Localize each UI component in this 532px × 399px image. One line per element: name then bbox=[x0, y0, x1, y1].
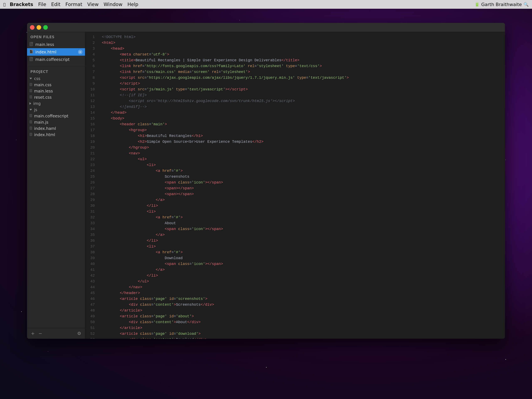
sidebar-item-index-html[interactable]: index.html × bbox=[27, 48, 85, 56]
tree-folder-js[interactable]: js bbox=[27, 107, 85, 113]
tree-file-main-less[interactable]: main.less bbox=[27, 88, 85, 94]
menubar-window[interactable]: Window bbox=[101, 0, 125, 9]
menubar-help[interactable]: Help bbox=[125, 0, 141, 9]
settings-button[interactable]: ⚙ bbox=[76, 331, 82, 336]
minimize-button[interactable] bbox=[37, 25, 41, 30]
line-number-37: 37 bbox=[85, 244, 98, 249]
code-line-11: <!--[if IE]> bbox=[102, 92, 501, 98]
line-number-49: 49 bbox=[85, 313, 98, 319]
code-line-8: <script src='https://ajax.googleapis.com… bbox=[102, 75, 501, 81]
tree-file-main-js[interactable]: main.js bbox=[27, 119, 85, 125]
svg-rect-10 bbox=[30, 133, 32, 136]
menubar:  Brackets File Edit Format View Window … bbox=[0, 0, 532, 9]
menubar-app-name[interactable]: Brackets bbox=[7, 0, 36, 9]
code-line-23: <li> bbox=[102, 162, 501, 168]
line-number-8: 8 bbox=[85, 75, 98, 81]
battery-icon: 🔋 bbox=[475, 2, 480, 7]
editor[interactable]: 1234567891011121314151617181920212223242… bbox=[85, 32, 505, 339]
editor-content: 1234567891011121314151617181920212223242… bbox=[85, 32, 505, 339]
line-number-39: 39 bbox=[85, 255, 98, 261]
svg-rect-9 bbox=[30, 127, 32, 130]
line-number-28: 28 bbox=[85, 191, 98, 197]
code-line-42: </li> bbox=[102, 273, 501, 279]
code-line-35: </a> bbox=[102, 232, 501, 238]
tree-file-index-haml-label: index.haml bbox=[34, 126, 56, 131]
file-icon-index-haml bbox=[30, 127, 33, 130]
folder-label-css: css bbox=[34, 76, 40, 81]
line-numbers: 1234567891011121314151617181920212223242… bbox=[85, 32, 98, 339]
line-number-21: 21 bbox=[85, 151, 98, 156]
line-number-40: 40 bbox=[85, 261, 98, 267]
add-file-button[interactable]: + bbox=[30, 331, 36, 336]
code-line-32: <a href='#'> bbox=[102, 215, 501, 220]
code-line-15: <body> bbox=[102, 115, 501, 121]
line-number-15: 15 bbox=[85, 115, 98, 121]
file-icon-html bbox=[30, 50, 34, 54]
line-number-29: 29 bbox=[85, 197, 98, 203]
remove-file-button[interactable]: − bbox=[38, 331, 43, 336]
tree-file-index-html[interactable]: index.html bbox=[27, 132, 85, 138]
menubar-right: 🔋 Garth Braithwaite 🔍 bbox=[475, 2, 529, 7]
line-number-14: 14 bbox=[85, 110, 98, 115]
sidebar-item-main-less[interactable]: main.less bbox=[27, 41, 85, 48]
code-area[interactable]: <!DOCTYPE html><html> <head> <meta chars… bbox=[98, 32, 505, 339]
line-number-6: 6 bbox=[85, 63, 98, 69]
tree-file-index-haml[interactable]: index.haml bbox=[27, 125, 85, 132]
folder-triangle-down-css bbox=[30, 78, 32, 79]
close-button[interactable] bbox=[30, 25, 34, 30]
code-line-2: <html> bbox=[102, 40, 501, 46]
code-line-41: </a> bbox=[102, 267, 501, 273]
code-line-12: <script src='http://html5shiv.googlecode… bbox=[102, 98, 501, 104]
menubar-view[interactable]: View bbox=[85, 0, 101, 9]
code-line-26: <span class='icon'></span> bbox=[102, 180, 501, 185]
sidebar-item-main-coffeescript[interactable]: main.coffeescript bbox=[27, 56, 85, 63]
project-tree: css main.css main.less bbox=[27, 76, 85, 328]
code-line-52: <article class='page' id='download'> bbox=[102, 331, 501, 337]
tree-file-main-coffeescript[interactable]: main.coffeescript bbox=[27, 113, 85, 119]
apple-menu[interactable]:  bbox=[3, 2, 6, 7]
line-number-36: 36 bbox=[85, 238, 98, 244]
folder-triangle-down-js bbox=[30, 109, 32, 111]
close-file-badge[interactable]: × bbox=[78, 50, 82, 54]
code-line-46: <article class='page' id='screenshots'> bbox=[102, 296, 501, 302]
line-number-12: 12 bbox=[85, 98, 98, 104]
line-number-51: 51 bbox=[85, 325, 98, 331]
maximize-button[interactable] bbox=[43, 25, 48, 30]
line-number-5: 5 bbox=[85, 57, 98, 63]
code-line-30: </li> bbox=[102, 203, 501, 209]
tree-file-reset-css[interactable]: reset.css bbox=[27, 94, 85, 100]
search-icon[interactable]: 🔍 bbox=[524, 2, 529, 7]
code-line-4: <meta charset='utf-8'> bbox=[102, 51, 501, 57]
line-number-16: 16 bbox=[85, 121, 98, 127]
menubar-edit[interactable]: Edit bbox=[49, 0, 63, 9]
line-number-9: 9 bbox=[85, 81, 98, 86]
svg-rect-1 bbox=[32, 42, 33, 43]
menubar-format[interactable]: Format bbox=[63, 0, 85, 9]
svg-rect-5 bbox=[30, 89, 32, 92]
line-number-35: 35 bbox=[85, 232, 98, 238]
tree-folder-css[interactable]: css bbox=[27, 76, 85, 82]
line-number-34: 34 bbox=[85, 226, 98, 232]
code-line-10: <script src='js/main.js' type='text/java… bbox=[102, 86, 501, 92]
tree-file-main-css[interactable]: main.css bbox=[27, 82, 85, 88]
file-icon-main-less-tree bbox=[30, 89, 33, 93]
tree-folder-img[interactable]: img bbox=[27, 100, 85, 107]
sidebar-file-main-less-label: main.less bbox=[35, 42, 54, 47]
code-line-33: About bbox=[102, 220, 501, 226]
code-line-5: <title>Beautiful Rectangles | Simple Use… bbox=[102, 57, 501, 63]
svg-rect-2 bbox=[30, 50, 33, 53]
file-icon-main-js bbox=[30, 120, 33, 124]
tree-file-index-html-label: index.html bbox=[34, 132, 55, 137]
folder-label-img: img bbox=[33, 101, 41, 106]
line-number-48: 48 bbox=[85, 308, 98, 313]
code-line-7: <link href='css/main.css' media='screen'… bbox=[102, 69, 501, 75]
main-window: OPEN FILES main.less bbox=[27, 23, 505, 339]
line-number-42: 42 bbox=[85, 273, 98, 279]
line-number-32: 32 bbox=[85, 215, 98, 220]
code-line-1: <!DOCTYPE html> bbox=[102, 34, 501, 40]
code-line-6: <link href='http://fonts.googleapis.com/… bbox=[102, 63, 501, 69]
menubar-file[interactable]: File bbox=[36, 0, 49, 9]
line-number-2: 2 bbox=[85, 40, 98, 46]
line-number-7: 7 bbox=[85, 69, 98, 75]
code-line-29: </a> bbox=[102, 197, 501, 203]
